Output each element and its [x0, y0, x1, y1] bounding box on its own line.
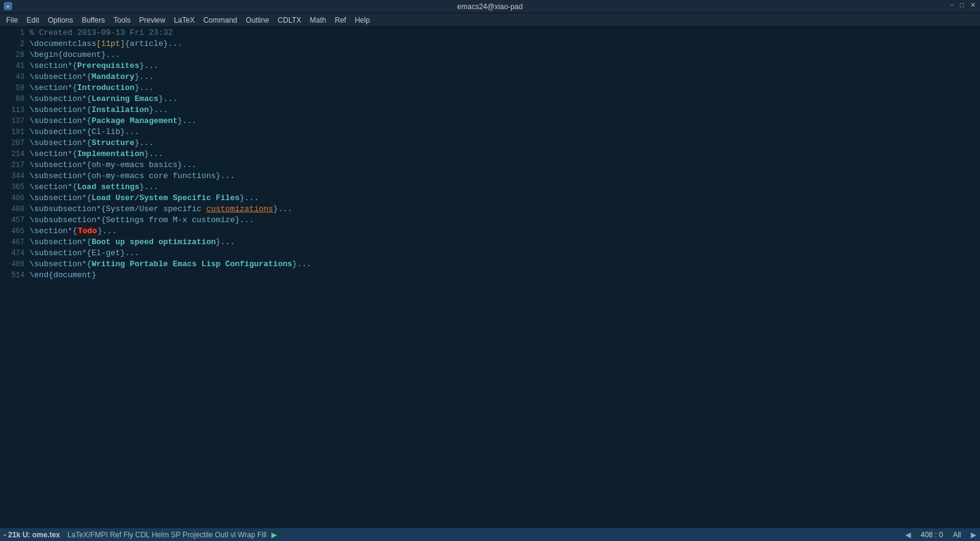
code-line-365: 365 \section*{Load settings}... — [0, 182, 980, 193]
line-number: 113 — [2, 106, 24, 114]
menu-item-outline[interactable]: Outline — [242, 15, 273, 26]
menu-item-cdltx[interactable]: CDLTX — [274, 15, 304, 26]
line-number: 137 — [2, 117, 24, 125]
menu-item-options[interactable]: Options — [44, 15, 77, 26]
code-line-214: 214 \section*{Implementation}... — [0, 149, 980, 160]
code-content: \subsection*{Boot up speed optimization}… — [29, 237, 235, 247]
code-content: \subsection*{El-get}... — [29, 248, 139, 258]
code-content: \begin{document}... — [29, 50, 120, 59]
code-content: \end{document} — [29, 270, 96, 280]
line-number: 467 — [2, 238, 24, 247]
title-bar: e emacs24@xiao-pad − □ ✕ — [0, 0, 980, 13]
status-left: - 21k U: ome.tex LaTeX/FMPI Ref Fly CDL … — [4, 531, 905, 539]
menu-item-math[interactable]: Math — [306, 15, 330, 26]
status-file-info: - 21k U: ome.tex — [4, 531, 60, 539]
menu-item-help[interactable]: Help — [351, 15, 374, 26]
code-line-43: 43 \subsection*{Mandatory}... — [0, 72, 980, 83]
menu-item-preview[interactable]: Preview — [135, 15, 169, 26]
status-right: ◀ 408 : 0 All ▶ — [905, 531, 976, 539]
status-position: 408 : 0 — [921, 531, 943, 539]
menu-item-buffers[interactable]: Buffers — [78, 15, 108, 26]
code-line-41: 41 \section*{Prerequisites}... — [0, 61, 980, 72]
line-number: 365 — [2, 183, 24, 192]
code-line-457: 457 \subsubsection*{Settings from M-x cu… — [0, 215, 980, 226]
code-content: \subsection*{Cl-lib}... — [29, 127, 139, 136]
scroll-right-icon[interactable]: ▶ — [971, 531, 976, 539]
status-bar: - 21k U: ome.tex LaTeX/FMPI Ref Fly CDL … — [0, 528, 980, 541]
code-content: \subsubsection*{System/User specific cus… — [29, 204, 292, 214]
code-line-137: 137 \subsection*{Package Management}... — [0, 116, 980, 127]
code-content: \section*{Implementation}... — [29, 149, 163, 159]
menu-bar: FileEditOptionsBuffersToolsPreviewLaTeXC… — [0, 13, 980, 27]
code-content: \subsection*{Package Management}... — [29, 116, 197, 125]
line-number: 406 — [2, 194, 24, 203]
code-line-408: 408 \subsubsection*{System/User specific… — [0, 204, 980, 215]
menu-item-ref[interactable]: Ref — [331, 15, 350, 26]
code-content: \subsection*{oh-my-emacs basics}... — [29, 160, 197, 170]
line-number: 59 — [2, 84, 24, 92]
code-line-113: 113 \subsection*{Installation}... — [0, 105, 980, 116]
status-prompt: ▶ — [271, 531, 277, 539]
line-number: 28 — [2, 51, 24, 59]
code-line-80: 80 \subsection*{Learning Emacs}... — [0, 94, 980, 105]
code-content: \subsection*{Mandatory}... — [29, 72, 154, 81]
line-number: 465 — [2, 227, 24, 236]
menu-item-edit[interactable]: Edit — [23, 15, 43, 26]
code-content: \section*{Prerequisites}... — [29, 61, 159, 70]
code-content: % Created 2013-09-13 Fri 23:32 — [29, 28, 173, 37]
code-content: \documentclass[11pt]{article}... — [29, 39, 183, 48]
maximize-button[interactable]: □ — [958, 1, 966, 9]
code-line-217: 217 \subsection*{oh-my-emacs basics}... — [0, 160, 980, 171]
code-content: \subsection*{Installation}... — [29, 105, 168, 114]
code-line-489: 489 \subsection*{Writing Portable Emacs … — [0, 259, 980, 270]
code-content: \subsubsection*{Settings from M-x custom… — [29, 215, 254, 225]
line-number: 41 — [2, 62, 24, 70]
status-modes: LaTeX/FMPI Ref Fly CDL Helm SP Projectil… — [67, 531, 266, 539]
code-line-474: 474 \subsection*{El-get}... — [0, 248, 980, 259]
line-number: 80 — [2, 95, 24, 103]
line-number: 344 — [2, 172, 24, 181]
line-number: 43 — [2, 73, 24, 81]
minimize-button[interactable]: − — [948, 1, 956, 9]
menu-item-file[interactable]: File — [2, 15, 21, 26]
svg-text:e: e — [7, 4, 10, 9]
code-content: \subsection*{Learning Emacs}... — [29, 94, 178, 103]
line-number: 191 — [2, 128, 24, 136]
menu-item-latex[interactable]: LaTeX — [170, 15, 198, 26]
menu-item-command[interactable]: Command — [200, 15, 241, 26]
line-number: 489 — [2, 260, 24, 269]
code-content: \section*{Todo}... — [29, 226, 116, 236]
code-line-1: 1 % Created 2013-09-13 Fri 23:32 — [0, 28, 980, 39]
code-line-59: 59 \section*{Introduction}... — [0, 83, 980, 94]
code-line-406: 406 \subsection*{Load User/System Specif… — [0, 193, 980, 204]
code-content: \subsection*{Load User/System Specific F… — [29, 193, 258, 203]
scroll-left-icon[interactable]: ◀ — [905, 531, 911, 539]
window-title: emacs24@xiao-pad — [458, 2, 523, 11]
line-number: 217 — [2, 161, 24, 170]
line-number: 1 — [2, 29, 24, 37]
status-all: All — [953, 531, 961, 539]
line-number: 207 — [2, 139, 24, 147]
code-line-2: 2 \documentclass[11pt]{article}... — [0, 39, 980, 50]
app-icon: e — [4, 2, 13, 12]
line-number: 408 — [2, 205, 24, 214]
menu-item-tools[interactable]: Tools — [110, 15, 134, 26]
code-content: \section*{Load settings}... — [29, 182, 159, 192]
code-line-207: 207 \subsection*{Structure}... — [0, 138, 980, 149]
line-number: 514 — [2, 271, 24, 280]
code-line-191: 191 \subsection*{Cl-lib}... — [0, 127, 980, 138]
line-number: 457 — [2, 216, 24, 225]
line-number: 2 — [2, 40, 24, 48]
code-line-514: 514 \end{document} — [0, 270, 980, 282]
code-line-344: 344 \subsection*{oh-my-emacs core functi… — [0, 171, 980, 182]
code-content: \subsection*{Writing Portable Emacs Lisp… — [29, 259, 311, 269]
editor[interactable]: 1 % Created 2013-09-13 Fri 23:32 2 \docu… — [0, 27, 980, 528]
code-content: \subsection*{oh-my-emacs core functions}… — [29, 171, 235, 181]
line-number: 214 — [2, 150, 24, 159]
close-button[interactable]: ✕ — [968, 1, 978, 9]
code-line-465: 465 \section*{Todo}... — [0, 226, 980, 237]
code-line-467: 467 \subsection*{Boot up speed optimizat… — [0, 237, 980, 248]
code-content: \subsection*{Structure}... — [29, 138, 154, 147]
code-line-28: 28 \begin{document}... — [0, 50, 980, 61]
window-controls: − □ ✕ — [948, 1, 978, 9]
